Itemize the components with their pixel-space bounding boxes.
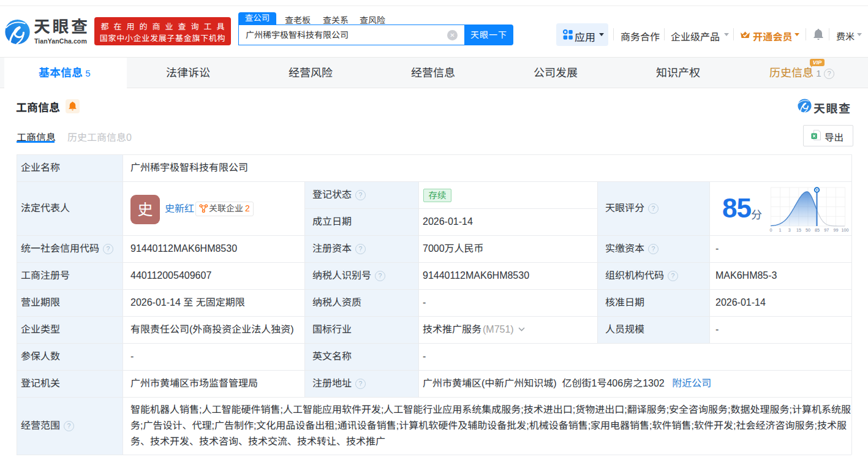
svg-text:0: 0 [770, 227, 772, 233]
svg-text:85: 85 [815, 227, 820, 233]
svg-text:99: 99 [833, 227, 838, 233]
svg-text:15: 15 [796, 227, 801, 233]
svg-text:1: 1 [779, 227, 782, 233]
svg-text:50: 50 [806, 227, 810, 233]
svg-text:100: 100 [842, 227, 849, 233]
svg-text:97: 97 [824, 227, 829, 233]
svg-text:3: 3 [788, 227, 791, 233]
